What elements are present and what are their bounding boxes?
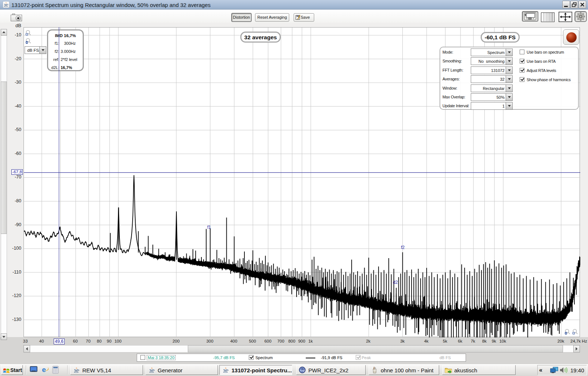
svg-text:f2: f2	[401, 245, 405, 250]
svg-text:e: e	[42, 366, 46, 373]
svg-text:d2: d2	[393, 280, 398, 285]
svg-text:dsp: dsp	[300, 369, 304, 372]
svg-text:f1: f1	[207, 225, 211, 230]
